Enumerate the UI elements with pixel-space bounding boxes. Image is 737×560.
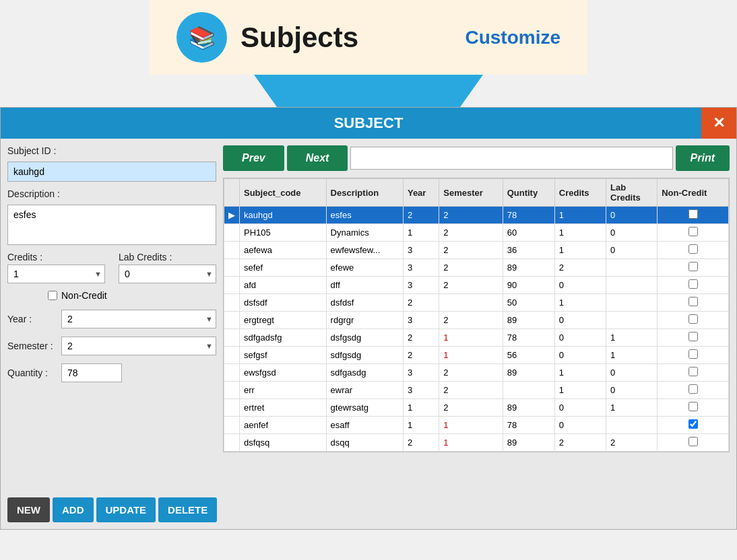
customize-link[interactable]: Customize	[465, 27, 560, 48]
cell-quantity: 50	[503, 294, 554, 312]
non-credit-table-checkbox[interactable]	[688, 384, 698, 394]
cell-year: 3	[403, 364, 439, 382]
modal: SUBJECT ✕ Subject ID : Description : esf…	[0, 107, 737, 530]
col-subject-code: Subject_code	[240, 179, 327, 207]
cell-non-credit[interactable]	[658, 312, 729, 329]
cell-non-credit[interactable]	[658, 399, 729, 417]
print-button[interactable]: Print	[676, 145, 730, 171]
non-credit-table-checkbox[interactable]	[688, 367, 698, 376]
table-row[interactable]: PH105Dynamics126010	[224, 224, 729, 242]
non-credit-table-checkbox[interactable]	[688, 209, 698, 219]
cell-code: ewsfgsd	[240, 364, 327, 382]
cell-non-credit[interactable]	[658, 434, 729, 452]
cell-code: sefef	[240, 259, 327, 277]
cell-lab-credits: 0	[606, 382, 658, 399]
cell-credits: 0	[554, 347, 606, 364]
cell-non-credit[interactable]	[658, 277, 729, 294]
table-row[interactable]: aenfefesaff11780	[224, 417, 729, 434]
cell-quantity: 89	[503, 434, 554, 452]
non-credit-table-checkbox[interactable]	[688, 402, 698, 411]
table-container[interactable]: Subject_code Description Year Semester Q…	[223, 178, 730, 452]
cell-credits: 0	[554, 399, 606, 417]
non-credit-checkbox[interactable]	[48, 291, 57, 300]
cell-quantity: 89	[503, 312, 554, 329]
quantity-input[interactable]	[61, 363, 122, 382]
non-credit-table-checkbox[interactable]	[688, 297, 698, 306]
col-lab-credits: LabCredits	[606, 179, 658, 207]
cell-semester: 1	[439, 329, 503, 347]
cell-non-credit[interactable]	[658, 329, 729, 347]
cell-semester: 2	[439, 224, 503, 242]
cell-description: esfes	[326, 207, 403, 224]
table-row[interactable]: aefewaewfewsfew...323610	[224, 242, 729, 259]
ribbon-shape	[254, 75, 483, 107]
prev-button[interactable]: Prev	[223, 145, 284, 171]
cell-semester: 2	[439, 277, 503, 294]
non-credit-table-checkbox[interactable]	[688, 419, 698, 429]
subject-id-input[interactable]	[7, 162, 216, 182]
close-button[interactable]: ✕	[701, 108, 736, 139]
cell-lab-credits	[606, 294, 658, 312]
table-row[interactable]: ertretgtewrsatg128901	[224, 399, 729, 417]
table-row[interactable]: dsfsdfdsfdsf2501	[224, 294, 729, 312]
credits-select[interactable]: 1 0 2 3	[7, 265, 105, 283]
cell-semester: 2	[439, 207, 503, 224]
non-credit-table-checkbox[interactable]	[688, 349, 698, 359]
cell-credits: 1	[554, 364, 606, 382]
cell-non-credit[interactable]	[658, 224, 729, 242]
non-credit-table-checkbox[interactable]	[688, 314, 698, 324]
table-row[interactable]: ergtregtrdgrgr32890	[224, 312, 729, 329]
description-input[interactable]: esfes	[7, 205, 216, 245]
ribbon	[0, 75, 737, 107]
cell-non-credit[interactable]	[658, 347, 729, 364]
new-button[interactable]: NEW	[7, 497, 50, 522]
cell-non-credit[interactable]	[658, 207, 729, 224]
delete-button[interactable]: DELETE	[158, 497, 217, 522]
table-row[interactable]: errewrar3210	[224, 382, 729, 399]
lab-credits-label: Lab Credits :	[119, 252, 216, 262]
table-row[interactable]: dsfqsqdsqq218922	[224, 434, 729, 452]
year-row: Year : 2 1 3 4 ▼	[7, 310, 216, 328]
row-indicator	[224, 259, 240, 277]
table-row[interactable]: ▶kauhgdesfes227810	[224, 207, 729, 224]
cell-non-credit[interactable]	[658, 259, 729, 277]
cell-lab-credits: 0	[606, 207, 658, 224]
cell-lab-credits: 2	[606, 434, 658, 452]
cell-quantity: 36	[503, 242, 554, 259]
cell-non-credit[interactable]	[658, 294, 729, 312]
non-credit-table-checkbox[interactable]	[688, 244, 698, 254]
lab-credits-select[interactable]: 0 1 2	[119, 265, 216, 283]
search-input[interactable]	[350, 147, 672, 170]
semester-label: Semester :	[7, 341, 55, 351]
non-credit-table-checkbox[interactable]	[688, 437, 698, 446]
col-description: Description	[326, 179, 403, 207]
row-indicator	[224, 312, 240, 329]
add-button[interactable]: ADD	[53, 497, 94, 522]
left-panel: Subject ID : Description : esfes Credits…	[7, 145, 216, 522]
cell-credits: 1	[554, 294, 606, 312]
cell-description: esaff	[326, 417, 403, 434]
row-indicator	[224, 399, 240, 417]
cell-non-credit[interactable]	[658, 364, 729, 382]
cell-year: 2	[403, 294, 439, 312]
table-row[interactable]: ewsfgsdsdfgasdg328910	[224, 364, 729, 382]
table-row[interactable]: afddff32900	[224, 277, 729, 294]
update-button[interactable]: UPDATE	[96, 497, 156, 522]
cell-non-credit[interactable]	[658, 417, 729, 434]
year-select[interactable]: 2 1 3 4	[61, 310, 216, 328]
header-area: 📚 Subjects Customize	[150, 0, 587, 75]
cell-year: 1	[403, 399, 439, 417]
cell-description: dsfdsf	[326, 294, 403, 312]
semester-row: Semester : 2 1 ▼	[7, 337, 216, 355]
non-credit-table-checkbox[interactable]	[688, 262, 698, 271]
semester-select[interactable]: 2 1	[61, 337, 216, 355]
cell-non-credit[interactable]	[658, 382, 729, 399]
table-row[interactable]: sefefefewe32892	[224, 259, 729, 277]
cell-non-credit[interactable]	[658, 242, 729, 259]
non-credit-table-checkbox[interactable]	[688, 279, 698, 289]
table-row[interactable]: sefgsfsdfgsdg215601	[224, 347, 729, 364]
non-credit-table-checkbox[interactable]	[688, 227, 698, 236]
next-button[interactable]: Next	[287, 145, 348, 171]
table-row[interactable]: sdfgadsfgdsfgsdg217801	[224, 329, 729, 347]
non-credit-table-checkbox[interactable]	[688, 332, 698, 341]
